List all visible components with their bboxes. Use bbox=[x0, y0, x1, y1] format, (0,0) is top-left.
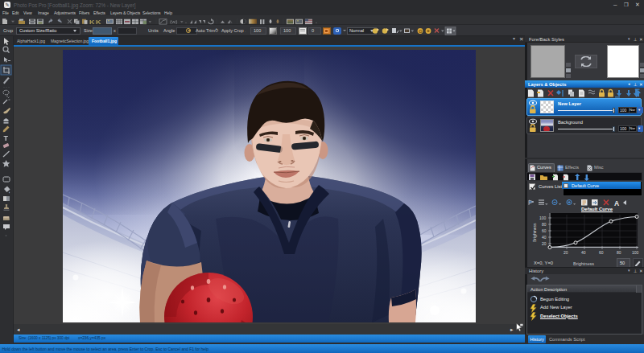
svg-text:80: 80 bbox=[542, 222, 547, 227]
svg-text:40: 40 bbox=[542, 235, 547, 240]
svg-text:20: 20 bbox=[564, 250, 568, 255]
svg-text:40: 40 bbox=[581, 250, 586, 255]
svg-text:60: 60 bbox=[542, 228, 547, 233]
svg-text:20: 20 bbox=[542, 241, 547, 246]
svg-text:100: 100 bbox=[539, 215, 547, 220]
svg-text:(w): (w) bbox=[170, 19, 178, 25]
svg-text:60: 60 bbox=[599, 250, 604, 255]
svg-text:80: 80 bbox=[617, 250, 621, 255]
svg-text:100: 100 bbox=[632, 250, 639, 255]
svg-text:Brightness: Brightness bbox=[532, 223, 537, 242]
svg-text:T: T bbox=[4, 134, 9, 142]
svg-text:G: G bbox=[419, 29, 423, 34]
svg-text:A: A bbox=[614, 199, 619, 207]
